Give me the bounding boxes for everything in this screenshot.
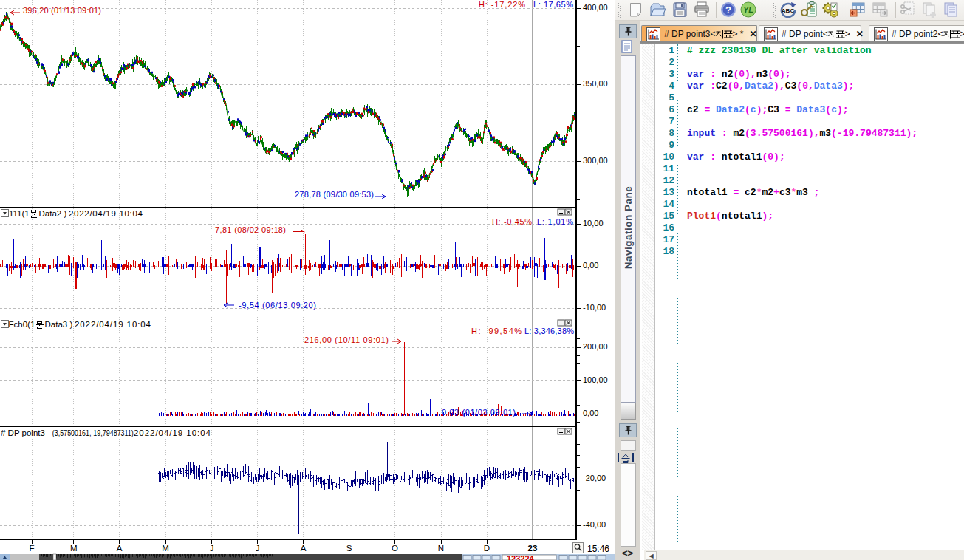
svg-text:L: 17,65%: L: 17,65% <box>533 0 573 9</box>
svg-text:-40,00: -40,00 <box>583 520 606 529</box>
svg-text:M: M <box>70 544 78 553</box>
svg-text:216,00 (10/11 09:01): 216,00 (10/11 09:01) <box>304 335 389 344</box>
svg-text:Data2 ): Data2 ) <box>39 209 67 218</box>
svg-text:H: -0,45%: H: -0,45% <box>492 217 532 226</box>
svg-text:H: -17,22%: H: -17,22% <box>479 0 525 9</box>
svg-text:300,00: 300,00 <box>583 156 608 165</box>
svg-text:23: 23 <box>528 544 538 553</box>
svg-text:2022/04/19 10:04: 2022/04/19 10:04 <box>69 209 143 218</box>
svg-text:# DP point3: # DP point3 <box>1 428 45 437</box>
svg-text:Fch0(1: Fch0(1 <box>9 320 35 329</box>
svg-text:-10,00: -10,00 <box>583 303 606 312</box>
svg-text:123224: 123224 <box>507 554 535 560</box>
svg-text:0,00: 0,00 <box>583 261 598 270</box>
svg-text:F: F <box>29 544 34 553</box>
svg-text:D: D <box>484 544 490 553</box>
svg-text:400,00: 400,00 <box>583 3 608 12</box>
svg-text:278,78 (09/30 09:53): 278,78 (09/30 09:53) <box>295 190 374 199</box>
svg-text:0,00: 0,00 <box>583 409 598 417</box>
svg-text:?: ? <box>725 4 731 16</box>
svg-text:200,00: 200,00 <box>583 342 608 351</box>
svg-text:0,03 (01/03 09:01): 0,03 (01/03 09:01) <box>442 408 516 417</box>
svg-text:Data3 ): Data3 ) <box>45 320 73 329</box>
svg-text:-20,00: -20,00 <box>583 474 606 482</box>
svg-text:-9,54 (06/13 09:20): -9,54 (06/13 09:20) <box>239 301 316 310</box>
svg-text:YL: YL <box>743 5 753 14</box>
svg-text:2022/04/19 10:04: 2022/04/19 10:04 <box>134 428 211 437</box>
svg-text:L: 1,01%: L: 1,01% <box>537 217 573 226</box>
svg-text:H: -99,54%: H: -99,54% <box>471 327 522 335</box>
svg-text:O: O <box>392 544 398 553</box>
svg-text:M: M <box>162 544 169 553</box>
svg-text:7,81 (08/02 09:18): 7,81 (08/02 09:18) <box>215 225 286 234</box>
svg-text:350,00: 350,00 <box>583 79 608 88</box>
svg-text:ABC: ABC <box>782 7 795 14</box>
svg-text:2022/04/19 10:04: 2022/04/19 10:04 <box>75 320 151 329</box>
svg-text:N: N <box>438 544 444 553</box>
svg-text:J: J <box>256 544 260 553</box>
svg-text:S: S <box>346 544 352 553</box>
svg-text:15:46: 15:46 <box>587 544 609 554</box>
svg-text:396,20 (01/13 09:01): 396,20 (01/13 09:01) <box>23 6 101 15</box>
svg-text:10,00: 10,00 <box>583 219 604 228</box>
svg-text:A: A <box>117 544 123 553</box>
svg-text:(3,57500161,-19,79487311): (3,57500161,-19,79487311) <box>52 428 134 437</box>
svg-text:100,00: 100,00 <box>583 375 608 384</box>
svg-text:J: J <box>210 544 214 553</box>
svg-text:A: A <box>301 544 307 553</box>
svg-text:L: 3,346,38%: L: 3,346,38% <box>524 327 574 335</box>
svg-text:111(1: 111(1 <box>9 209 30 218</box>
